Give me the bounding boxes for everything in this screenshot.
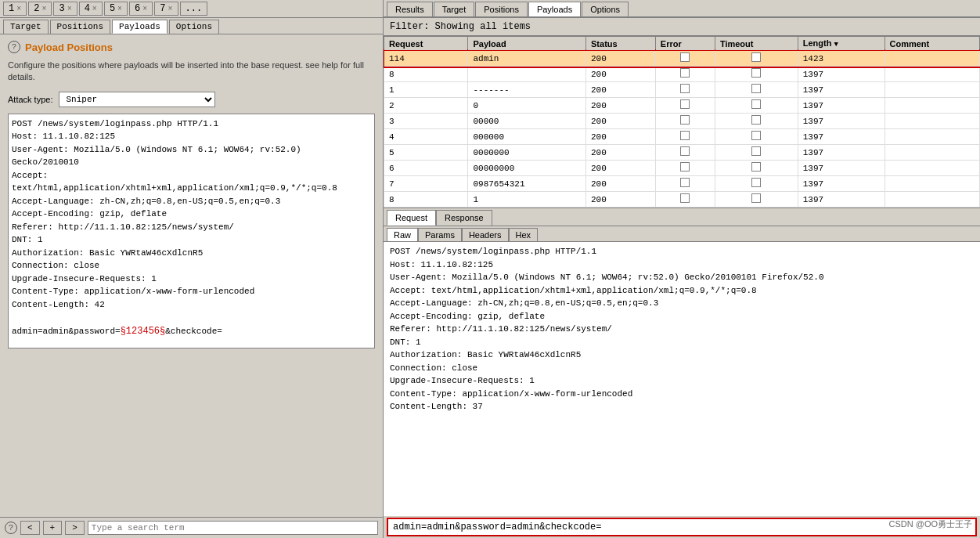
table-row[interactable]: 5 0000000 200 1397: [384, 145, 980, 161]
tab-4[interactable]: 4 ×: [79, 2, 103, 16]
results-table-container: Request Payload Status Error Timeout Len…: [384, 36, 980, 208]
tab-right-positions[interactable]: Positions: [475, 2, 528, 16]
cell-request: 5: [384, 145, 468, 161]
cell-timeout: [715, 161, 798, 176]
close-tab-2-icon[interactable]: ×: [41, 5, 46, 13]
timeout-checkbox[interactable]: [751, 115, 761, 125]
search-input[interactable]: [88, 521, 378, 535]
lower-right-panel: Request Response Raw Params Headers Hex …: [384, 208, 980, 538]
bottom-nav-bar: ? < + >: [0, 517, 383, 538]
request-editor[interactable]: POST /news/system/loginpass.php HTTP/1.1…: [8, 114, 375, 348]
tab-payloads[interactable]: Payloads: [112, 20, 168, 34]
request-content: POST /news/system/loginpass.php HTTP/1.1…: [384, 242, 980, 516]
table-row[interactable]: 7 0987654321 200 1397: [384, 176, 980, 192]
timeout-checkbox[interactable]: [751, 146, 761, 156]
cell-length: 1397: [798, 82, 885, 98]
tab-6[interactable]: 6 ×: [129, 2, 153, 16]
timeout-checkbox[interactable]: [751, 84, 761, 93]
error-checkbox[interactable]: [680, 131, 690, 140]
close-tab-4-icon[interactable]: ×: [92, 5, 97, 13]
table-row[interactable]: 3 00000 200 1397: [384, 114, 980, 129]
cell-payload: [468, 67, 586, 82]
attack-type-row: Attack type: Sniper Battering ram Pitchf…: [8, 92, 375, 107]
cell-comment: [885, 161, 979, 176]
timeout-checkbox[interactable]: [751, 193, 761, 203]
watermark: CSDN @OO勇士王子: [888, 518, 972, 530]
col-status: Status: [586, 37, 656, 51]
timeout-checkbox[interactable]: [751, 68, 761, 78]
cell-error: [655, 176, 715, 192]
tab-response[interactable]: Response: [436, 210, 492, 226]
close-tab-6-icon[interactable]: ×: [142, 5, 147, 13]
cell-payload: 0000000: [468, 145, 586, 161]
table-row[interactable]: 8 1 200 1397: [384, 192, 980, 208]
tab-params[interactable]: Params: [418, 228, 462, 241]
cell-status: 200: [586, 98, 656, 114]
tab-right-payloads[interactable]: Payloads: [528, 2, 581, 16]
results-table: Request Payload Status Error Timeout Len…: [384, 36, 980, 208]
timeout-checkbox[interactable]: [751, 131, 761, 140]
cell-comment: [885, 82, 979, 98]
close-tab-3-icon[interactable]: ×: [67, 5, 72, 13]
bottom-help-icon[interactable]: ?: [5, 522, 17, 534]
tab-2[interactable]: 2 ×: [28, 2, 52, 16]
table-row[interactable]: 114 admin 200 1423: [384, 51, 980, 67]
error-checkbox[interactable]: [680, 84, 690, 93]
error-checkbox[interactable]: [680, 146, 690, 156]
cell-payload: 1: [468, 192, 586, 208]
close-tab-1-icon[interactable]: ×: [16, 5, 21, 13]
help-icon[interactable]: ?: [8, 41, 20, 53]
timeout-checkbox[interactable]: [751, 178, 761, 187]
close-tab-5-icon[interactable]: ×: [117, 5, 122, 13]
table-row[interactable]: 2 0 200 1397: [384, 98, 980, 114]
error-checkbox[interactable]: [680, 99, 690, 109]
tab-3[interactable]: 3 ×: [53, 2, 77, 16]
nav-add-button[interactable]: +: [43, 521, 63, 535]
table-row[interactable]: 8 200 1397: [384, 67, 980, 82]
cell-error: [655, 98, 715, 114]
cell-error: [655, 129, 715, 145]
cell-status: 200: [586, 176, 656, 192]
more-tabs-button[interactable]: ...: [180, 2, 208, 16]
tab-5[interactable]: 5 ×: [104, 2, 128, 16]
cell-payload: 00000: [468, 114, 586, 129]
tab-options[interactable]: Options: [169, 20, 219, 34]
tab-results[interactable]: Results: [387, 2, 433, 16]
nav-next-button[interactable]: >: [65, 521, 85, 535]
error-checkbox[interactable]: [680, 52, 690, 62]
table-row[interactable]: 1 ------- 200 1397: [384, 82, 980, 98]
cell-payload: admin: [468, 51, 586, 67]
tab-right-options[interactable]: Options: [582, 2, 629, 16]
close-tab-7-icon[interactable]: ×: [168, 5, 173, 13]
error-checkbox[interactable]: [680, 115, 690, 125]
timeout-checkbox[interactable]: [751, 52, 761, 62]
table-row[interactable]: 4 000000 200 1397: [384, 129, 980, 145]
cell-length: 1397: [798, 129, 885, 145]
cell-timeout: [715, 114, 798, 129]
tab-right-target[interactable]: Target: [434, 2, 475, 16]
error-checkbox[interactable]: [680, 193, 690, 203]
tab-raw[interactable]: Raw: [387, 228, 418, 241]
cell-status: 200: [586, 129, 656, 145]
tab-positions[interactable]: Positions: [50, 20, 110, 34]
error-checkbox[interactable]: [680, 68, 690, 78]
tab-request[interactable]: Request: [387, 210, 436, 226]
cell-status: 200: [586, 161, 656, 176]
nav-prev-button[interactable]: <: [20, 521, 40, 535]
tab-7[interactable]: 7 ×: [154, 2, 178, 16]
cell-payload: 0987654321: [468, 176, 586, 192]
section-title-row: ? Payload Positions: [8, 41, 375, 53]
tab-hex[interactable]: Hex: [509, 228, 539, 241]
tab-target[interactable]: Target: [3, 20, 49, 34]
cell-length: 1397: [798, 192, 885, 208]
attack-type-select[interactable]: Sniper Battering ram Pitchfork Cluster b…: [59, 92, 215, 107]
timeout-checkbox[interactable]: [751, 162, 761, 172]
cell-length: 1397: [798, 176, 885, 192]
payload-marker: §123456§: [121, 326, 166, 337]
timeout-checkbox[interactable]: [751, 99, 761, 109]
table-row[interactable]: 6 00000000 200 1397: [384, 161, 980, 176]
error-checkbox[interactable]: [680, 162, 690, 172]
tab-1[interactable]: 1 ×: [3, 2, 27, 16]
error-checkbox[interactable]: [680, 178, 690, 187]
tab-headers[interactable]: Headers: [462, 228, 509, 241]
